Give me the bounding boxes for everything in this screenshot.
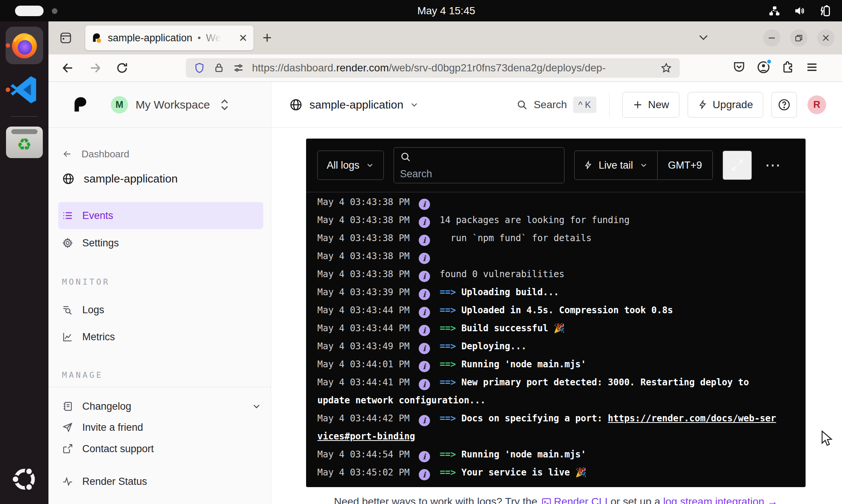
dock-vscode[interactable] (5, 70, 44, 109)
log-filter-button[interactable]: All logs (317, 151, 384, 180)
reload-icon[interactable] (113, 59, 131, 77)
restore-button[interactable] (790, 29, 807, 47)
workspace-avatar: M (111, 96, 128, 113)
active-tab[interactable]: sample-application • We ✕ (85, 26, 254, 50)
log-arrow: ==> (440, 341, 462, 352)
render-cli-link[interactable]: Render CLI (554, 496, 608, 504)
sidebar-item-contact-support[interactable]: Contact support (62, 438, 262, 460)
dock-trash[interactable]: ♻ (5, 123, 44, 162)
info-level-icon: i (419, 235, 430, 246)
activities-pill[interactable] (15, 6, 44, 16)
header-divider (609, 93, 610, 117)
bookmark-star-icon[interactable] (660, 62, 672, 74)
info-level-icon: i (419, 379, 430, 390)
sidebar-back-dashboard[interactable]: Dashboard (62, 145, 262, 163)
info-level-icon: i (419, 199, 430, 210)
sidebar-item-changelog[interactable]: Changelog (62, 395, 262, 418)
info-level-icon: i (419, 361, 430, 372)
log-message: Running 'node main.mjs' (461, 359, 586, 370)
log-message: Build successful 🎉 (461, 323, 565, 333)
search-icon (400, 151, 411, 163)
log-arrow: ==> (440, 359, 462, 370)
chevron-down-icon (365, 161, 374, 170)
service-selector[interactable]: sample-application (309, 98, 403, 111)
system-tray[interactable] (768, 0, 831, 21)
lock-icon[interactable] (214, 62, 224, 74)
trash-icon: ♻ (6, 127, 43, 158)
tracking-shield-icon[interactable] (193, 62, 205, 74)
log-timestamp: May 4 03:43:38 PM (317, 215, 410, 225)
global-search[interactable]: Search ^ K (516, 97, 596, 113)
dock-firefox[interactable] (5, 26, 44, 65)
globe-icon (62, 172, 75, 185)
list-tabs-icon[interactable] (697, 31, 710, 45)
tab-title-truncated: We (206, 32, 221, 44)
tab-title: sample-application (108, 32, 192, 44)
back-icon[interactable] (59, 59, 77, 77)
search-label: Search (534, 99, 567, 111)
account-icon[interactable] (756, 60, 771, 76)
log-message: found 0 vulnerabilities (440, 269, 564, 279)
extensions-icon[interactable] (781, 60, 795, 75)
log-timestamp: May 4 03:45:02 PM (317, 467, 410, 478)
close-button[interactable] (817, 29, 834, 47)
upgrade-button[interactable]: Upgrade (688, 92, 763, 118)
changelog-icon (62, 401, 73, 412)
log-row: May 4 03:43:38 PMi run `npm fund` for de… (317, 229, 777, 247)
chevron-down-icon (251, 401, 262, 412)
log-timestamp: May 4 03:43:38 PM (317, 251, 410, 261)
log-timestamp: May 4 03:43:38 PM (317, 233, 410, 243)
more-options-button[interactable]: ⋯ (765, 161, 781, 169)
log-message: run `npm fund` for details (440, 233, 592, 243)
sidebar-item-settings[interactable]: Settings (62, 229, 262, 257)
expand-icon (731, 159, 744, 172)
log-row: May 4 03:43:38 PMifound 0 vulnerabilitie… (317, 265, 777, 283)
chevron-down-icon[interactable] (409, 100, 419, 110)
render-logo (72, 96, 90, 114)
logs-footer: Need better ways to work with logs? Try … (306, 496, 806, 504)
log-search-input[interactable]: Search (394, 147, 564, 183)
chevron-down-icon (639, 161, 648, 170)
new-button[interactable]: New (622, 92, 679, 118)
header-right: sample-application Search ^ K New U (271, 82, 842, 127)
menu-icon[interactable] (805, 60, 819, 75)
tab-close-icon[interactable]: ✕ (239, 32, 247, 44)
minimize-button[interactable] (763, 29, 780, 47)
mouse-cursor (821, 430, 834, 449)
sidebar-item-logs[interactable]: Logs (62, 299, 262, 321)
pocket-icon[interactable] (732, 60, 746, 75)
timezone-button[interactable]: GMT+9 (658, 151, 713, 180)
running-indicator (6, 43, 10, 48)
search-placeholder: Search (400, 168, 558, 180)
url-bar[interactable]: https://dashboard.render.com/web/srv-d0b… (186, 58, 680, 78)
live-tail-button[interactable]: Live tail (575, 151, 657, 180)
sidebar-item-render-status[interactable]: Render Status (62, 470, 262, 493)
info-level-icon: i (419, 469, 430, 480)
sidebar-item-events[interactable]: Events (58, 202, 263, 229)
log-message: Deploying... (461, 341, 526, 352)
dock-divider (11, 116, 38, 117)
log-message: Docs on specifying a port: (461, 413, 608, 424)
forward-icon[interactable] (86, 59, 104, 77)
log-timestamp: May 4 03:43:38 PM (317, 269, 410, 279)
help-button[interactable] (771, 92, 797, 118)
system-clock[interactable]: May 4 15:45 (417, 5, 475, 17)
permissions-icon[interactable] (232, 62, 244, 74)
user-avatar[interactable]: R (807, 95, 826, 114)
sidebar-item-metrics[interactable]: Metrics (62, 326, 262, 348)
workspace-selector[interactable]: M My Workspace (48, 82, 271, 127)
firefox-view-icon[interactable] (57, 29, 75, 47)
url-text[interactable]: https://dashboard.render.com/web/srv-d0b… (252, 62, 656, 74)
volume-icon (793, 5, 806, 17)
log-arrow: ==> (440, 287, 462, 297)
info-level-icon: i (419, 325, 430, 336)
ubuntu-logo[interactable] (10, 465, 39, 495)
expand-logs-button[interactable] (723, 151, 752, 180)
log-stream-link[interactable]: log stream integration (663, 496, 764, 504)
new-tab-button[interactable]: + (263, 29, 272, 47)
render-dashboard: M My Workspace sample-application Search… (48, 82, 842, 504)
firefox-icon (6, 27, 43, 64)
logs-search-icon (62, 304, 73, 315)
sidebar-service-name[interactable]: sample-application (62, 168, 262, 189)
sidebar-item-invite[interactable]: Invite a friend (62, 416, 262, 439)
